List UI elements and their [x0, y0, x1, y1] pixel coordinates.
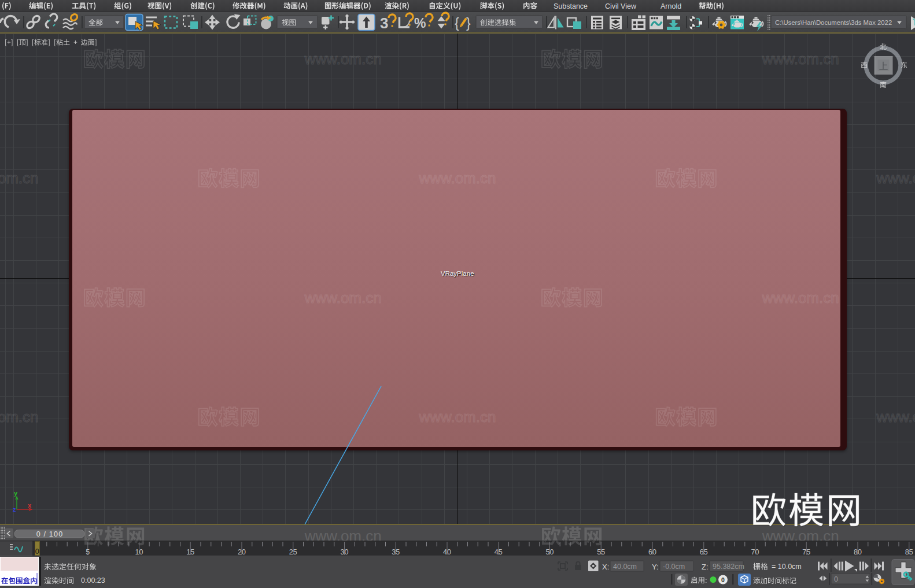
svg-text:35: 35 — [392, 548, 400, 556]
svg-text:95.382cm: 95.382cm — [713, 563, 744, 571]
svg-text:65: 65 — [700, 548, 708, 556]
svg-text:www.om.cn: www.om.cn — [419, 169, 496, 187]
svg-text:60: 60 — [648, 548, 656, 556]
svg-text:y: y — [14, 490, 18, 497]
svg-text:15: 15 — [186, 548, 194, 556]
svg-text:X:: X: — [602, 563, 609, 571]
svg-text:20: 20 — [238, 548, 246, 556]
svg-text:75: 75 — [802, 548, 810, 556]
svg-text:www.om.cn: www.om.cn — [762, 289, 839, 306]
svg-text:0:00:23: 0:00:23 — [81, 576, 105, 585]
svg-text:3: 3 — [380, 14, 388, 32]
svg-text:x: x — [28, 502, 32, 509]
svg-text:VRayPlane: VRayPlane — [441, 270, 474, 277]
svg-text:{: { — [455, 16, 459, 31]
svg-text:0: 0 — [35, 548, 39, 556]
svg-text:www.om.cn: www.om.cn — [304, 50, 382, 68]
svg-text:-0.0cm: -0.0cm — [663, 563, 685, 571]
svg-text:www.om.cn: www.om.cn — [762, 527, 839, 545]
svg-text:85: 85 — [905, 548, 913, 556]
svg-text:%: % — [414, 16, 426, 31]
svg-text:55: 55 — [597, 548, 605, 556]
svg-text:}: } — [466, 16, 471, 31]
svg-text:Arnold: Arnold — [661, 2, 681, 10]
svg-text:www.om.cn: www.om.cn — [0, 169, 38, 187]
svg-text:70: 70 — [751, 548, 759, 556]
svg-text:0: 0 — [834, 575, 838, 583]
svg-text:Substance: Substance — [554, 2, 588, 10]
svg-text:50: 50 — [546, 548, 554, 556]
svg-text:www.om.cn: www.om.cn — [304, 289, 382, 306]
svg-text:www.om.cn: www.om.cn — [876, 169, 915, 187]
svg-text:0: 0 — [721, 576, 725, 583]
svg-text:www.om.cn: www.om.cn — [0, 408, 38, 426]
svg-text:Z:: Z: — [702, 563, 709, 571]
svg-text:z: z — [13, 506, 16, 513]
svg-text:25: 25 — [289, 548, 297, 556]
svg-text:10: 10 — [135, 548, 143, 556]
svg-text:40.0cm: 40.0cm — [613, 563, 637, 571]
svg-text:Y:: Y: — [652, 563, 659, 571]
svg-text:0 / 100: 0 / 100 — [36, 530, 64, 538]
svg-text:Civil View: Civil View — [605, 2, 637, 10]
svg-text:30: 30 — [341, 548, 349, 556]
svg-text:40: 40 — [443, 548, 451, 556]
svg-text:www.om.cn: www.om.cn — [304, 527, 382, 545]
svg-text:5: 5 — [86, 548, 90, 556]
svg-text:www.om.cn: www.om.cn — [419, 408, 496, 426]
svg-text:45: 45 — [495, 548, 503, 556]
svg-text:80: 80 — [854, 548, 862, 556]
svg-text:C:\Users\Han\Documents\3ds Max: C:\Users\Han\Documents\3ds Max 2022 — [775, 19, 892, 26]
svg-text:www.om.cn: www.om.cn — [762, 50, 839, 68]
svg-text:www.om.cn: www.om.cn — [876, 408, 915, 426]
svg-text:= 10.0cm: = 10.0cm — [772, 563, 802, 571]
